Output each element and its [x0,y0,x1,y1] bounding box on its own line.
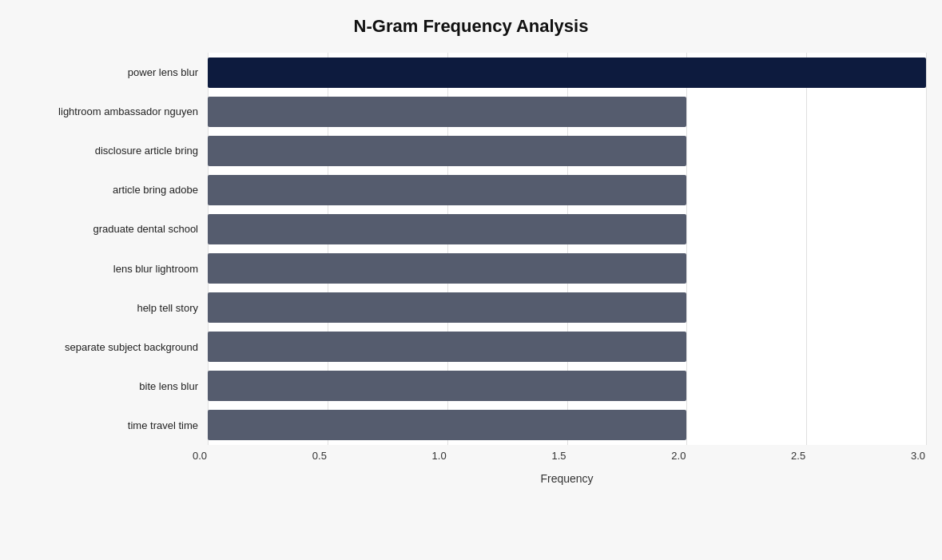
x-tick: 2.0 [671,450,686,462]
y-label: help tell story [16,288,208,328]
bars-and-grid [208,53,926,445]
grid-line [926,53,927,445]
y-labels: power lens blurlightroom ambassador nguy… [16,53,208,445]
bar-row [208,288,926,328]
bar [208,410,686,440]
bar-row [208,406,926,445]
x-tick: 1.0 [432,450,447,462]
y-label: power lens blur [16,53,208,92]
bar [208,58,926,88]
y-label: graduate dental school [16,209,208,248]
bar [208,175,686,205]
chart-container: N-Gram Frequency Analysis power lens blu… [0,0,942,560]
bar [208,371,686,401]
y-label: bite lens blur [16,367,208,406]
x-axis: 0.00.51.01.52.02.53.0 [208,450,926,469]
bar-row [208,248,926,288]
bars-section: power lens blurlightroom ambassador nguy… [16,53,926,445]
y-label: time travel time [16,406,208,445]
bar-row [208,328,926,367]
y-label: separate subject background [16,328,208,367]
y-label: lightroom ambassador nguyen [16,92,208,131]
bar [208,214,686,244]
bar-row [208,53,926,92]
y-label: article bring adobe [16,170,208,209]
y-label: disclosure article bring [16,131,208,170]
bar [208,136,686,166]
bar [208,97,686,127]
x-axis-label: Frequency [16,472,926,485]
bar-row [208,92,926,131]
x-tick: 1.5 [551,450,566,462]
x-tick: 2.5 [791,450,805,462]
bar [208,253,686,284]
bar-row [208,131,926,170]
bar-rows [208,53,926,445]
chart-area: power lens blurlightroom ambassador nguy… [16,53,926,485]
bar-row [208,209,926,248]
bar [208,332,686,362]
bar [208,292,686,323]
x-tick: 0.0 [193,450,207,462]
x-tick: 3.0 [911,450,925,462]
x-tick: 0.5 [312,450,327,462]
bar-row [208,367,926,406]
y-label: lens blur lightroom [16,248,208,288]
chart-title: N-Gram Frequency Analysis [16,16,926,37]
bar-row [208,170,926,209]
